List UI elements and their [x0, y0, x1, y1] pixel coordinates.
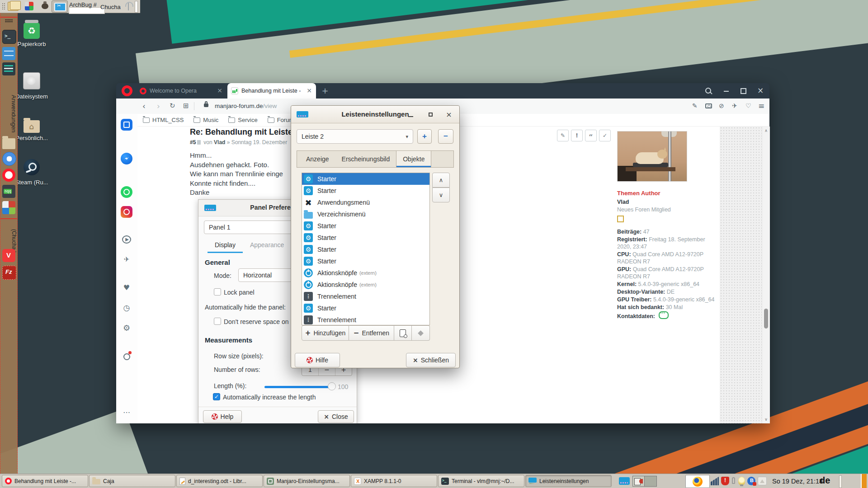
list-item[interactable]: Starter	[302, 173, 429, 185]
dialog-tab[interactable]: Appearance	[243, 239, 292, 253]
sidebar-icon[interactable]	[121, 119, 132, 131]
tray-icon[interactable]	[711, 477, 719, 485]
notepadqq-launcher-icon[interactable]	[2, 185, 15, 198]
dialog-titlebar[interactable]: Leisteneinstellungen ×	[291, 106, 459, 123]
post-action-button[interactable]	[571, 130, 583, 141]
list-item[interactable]: Starter	[302, 244, 429, 255]
antenna-icon[interactable]	[124, 2, 133, 11]
workspace-cell-active[interactable]	[632, 476, 645, 487]
list-item[interactable]: Trennelement	[302, 291, 429, 302]
workspace-cube-icon[interactable]	[25, 2, 33, 10]
anwendungen-label[interactable]: Anwendungen	[0, 83, 17, 144]
bookmark-folder-item[interactable]: Service	[228, 117, 257, 123]
minimize-icon[interactable]	[407, 111, 415, 118]
list-item[interactable]: Aktionsknöpfe (extern)	[302, 279, 429, 291]
bug-icon[interactable]	[42, 3, 48, 9]
tray-icon[interactable]	[758, 477, 767, 485]
show-desktop-strip[interactable]	[861, 474, 867, 488]
dialog-tab[interactable]: Display	[208, 239, 243, 253]
taskbar-window-button[interactable]: Leisteneinstellungen	[525, 475, 612, 487]
auto-length-checkbox[interactable]	[213, 393, 220, 400]
list-item[interactable]: Trennelement	[302, 314, 429, 325]
help-button[interactable]: Hilfe	[295, 353, 340, 367]
close-button[interactable]: × Close	[318, 410, 354, 423]
chat-bubble-icon[interactable]	[659, 311, 669, 319]
add-panel-button[interactable]: +	[417, 129, 432, 144]
file-manager-launcher-icon[interactable]	[2, 47, 15, 60]
forward-icon[interactable]: ›	[157, 102, 160, 111]
taskbar-window-button[interactable]: d_interesting.odt - Libr...	[176, 475, 263, 487]
sidebar-icon[interactable]	[121, 253, 132, 265]
tray-icon[interactable]	[738, 477, 745, 485]
dialog-tab[interactable]: Anzeige	[300, 151, 335, 167]
speed-dial-grid-icon[interactable]: ⊞	[183, 102, 189, 110]
taskbar-window-button[interactable]: Caja	[89, 475, 175, 487]
settings-launcher-icon[interactable]	[2, 62, 15, 75]
move-down-button[interactable]: ∨	[432, 188, 450, 202]
sidebar-icon[interactable]	[121, 153, 132, 164]
list-item[interactable]: Aktionsknöpfe (extern)	[302, 267, 429, 279]
panel-tray-icon[interactable]	[619, 477, 630, 485]
move-up-button[interactable]: ∧	[432, 173, 450, 188]
firefox-launcher-button[interactable]	[685, 475, 710, 488]
back-icon[interactable]: ‹	[142, 102, 146, 111]
bookmark-folder-item[interactable]: Music	[193, 117, 218, 123]
sidebar-icon[interactable]	[121, 282, 132, 293]
extra-item-button[interactable]	[412, 325, 430, 341]
browser-tab[interactable]: Welcome to Opera ×	[136, 83, 226, 99]
browser-tab-active[interactable]: Behandlung mit Leiste - ×	[227, 83, 316, 99]
close-button[interactable]: × Schließen	[406, 353, 456, 367]
flow-send-icon[interactable]: ✈	[732, 102, 737, 109]
meta-author-link[interactable]: Vlad	[214, 139, 225, 145]
chromium-launcher-icon[interactable]	[2, 152, 16, 166]
opera-menu-icon[interactable]	[122, 85, 132, 96]
scroll-down-icon[interactable]: ∨	[762, 417, 770, 422]
bookmark-heart-icon[interactable]: ♡	[745, 102, 751, 109]
share-icon[interactable]: ✎	[692, 102, 698, 109]
tab-close-icon[interactable]: ×	[306, 88, 312, 94]
taskbar-window-button[interactable]: Manjaro-Einstellungsma...	[264, 475, 350, 487]
bookmark-folder-item[interactable]: Forum	[268, 117, 294, 123]
workspace-cell[interactable]	[645, 476, 657, 487]
search-icon[interactable]	[705, 88, 711, 94]
add-item-button[interactable]: + Hinzufügen	[302, 325, 349, 341]
cat-photo[interactable]	[617, 131, 687, 182]
length-slider-knob[interactable]	[328, 382, 336, 390]
new-tab-button[interactable]: +	[321, 86, 330, 95]
tab-close-icon[interactable]: ×	[217, 88, 223, 94]
minimize-icon[interactable]	[724, 91, 729, 92]
workspace-pager[interactable]	[632, 476, 658, 487]
help-button[interactable]: Help	[203, 410, 242, 423]
dock-grip-handle[interactable]	[5, 19, 13, 23]
lock-panel-checkbox[interactable]	[214, 288, 221, 296]
clock[interactable]: So 19 Dez, 21:18	[772, 478, 823, 485]
post-action-button[interactable]	[557, 130, 569, 141]
length-slider-track[interactable]	[264, 386, 331, 388]
filezilla-launcher-icon[interactable]	[2, 266, 16, 280]
list-item[interactable]: Verzeichnismenü	[302, 208, 429, 220]
remove-panel-button[interactable]: −	[438, 129, 453, 144]
reserve-space-checkbox[interactable]	[214, 318, 221, 325]
post-action-button[interactable]	[585, 130, 597, 141]
terminal-launcher-icon[interactable]	[2, 30, 16, 44]
edit-item-button[interactable]	[394, 325, 412, 341]
dialog-tab[interactable]: Objekte	[396, 151, 431, 167]
tray-icon[interactable]	[721, 477, 729, 485]
sidebar-icon[interactable]	[121, 302, 132, 314]
lock-icon[interactable]	[204, 103, 208, 107]
list-item[interactable]: Starter	[302, 232, 429, 244]
scrollbar-thumb[interactable]	[764, 309, 768, 328]
post-action-button[interactable]	[599, 130, 611, 141]
sidebar-more-icon[interactable]: ⋯	[121, 408, 132, 417]
taskbar-window-button[interactable]: Behandlung mit Leiste -...	[2, 475, 88, 487]
taskbar-window-button[interactable]: XAMPP 8.1.1-0	[351, 475, 437, 487]
panel-grip-handle[interactable]	[2, 3, 5, 10]
list-item[interactable]: Starter	[302, 220, 429, 232]
sidebar-icon[interactable]	[121, 234, 132, 245]
adblock-icon[interactable]: ⊘	[719, 102, 724, 109]
sidebar-icon[interactable]	[121, 351, 132, 362]
scroll-up-icon[interactable]: ∧	[762, 128, 770, 133]
browser-scrollbar[interactable]: ∧ ∨	[762, 127, 770, 423]
tray-icon[interactable]	[747, 477, 755, 485]
url-field[interactable]: manjaro-forum.de/view	[215, 103, 277, 109]
